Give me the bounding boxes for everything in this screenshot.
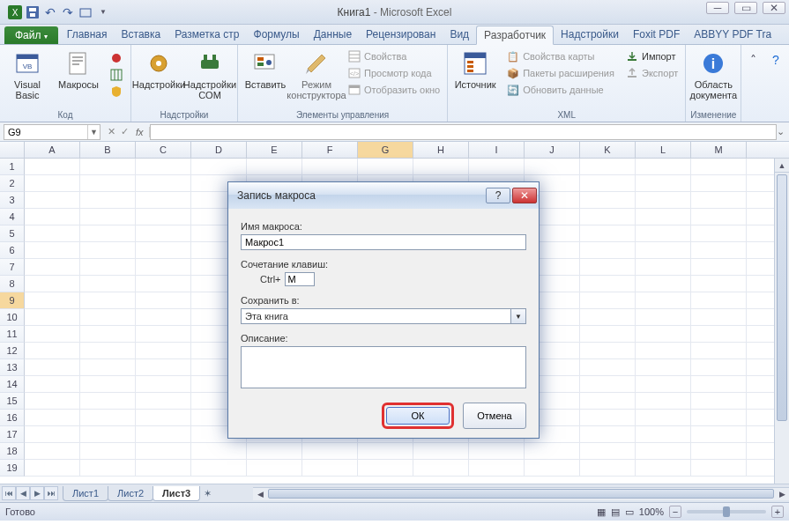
cell-B8[interactable]	[80, 276, 136, 292]
cell-D1[interactable]	[191, 159, 247, 174]
tab-вид[interactable]: Вид	[443, 26, 476, 44]
cell-K15[interactable]	[580, 393, 636, 409]
dialog-help-button[interactable]: ?	[486, 188, 510, 203]
rowhdr-8[interactable]: 8	[0, 276, 25, 292]
cell-F18[interactable]	[302, 443, 358, 459]
document-panel-button[interactable]: i Область документа	[689, 47, 737, 103]
scroll-left-icon[interactable]: ◀	[253, 490, 267, 499]
insert-control-button[interactable]: Вставить	[242, 47, 289, 92]
cell-A2[interactable]	[25, 175, 80, 191]
cell-L19[interactable]	[636, 460, 691, 476]
rowhdr-15[interactable]: 15	[0, 393, 25, 410]
cell-B19[interactable]	[80, 460, 136, 476]
cell-M8[interactable]	[691, 276, 747, 292]
dialog-close-button[interactable]: ✕	[512, 188, 537, 203]
shortcut-key-input[interactable]	[285, 272, 315, 286]
cell-L13[interactable]	[636, 359, 691, 375]
view-pagebreak-icon[interactable]: ▭	[625, 506, 634, 518]
name-box[interactable]: G9 ▼	[4, 124, 100, 140]
sheet-tab-Лист2[interactable]: Лист2	[108, 486, 153, 501]
cell-K3[interactable]	[580, 192, 636, 208]
cell-L7[interactable]	[636, 259, 691, 275]
cell-F19[interactable]	[302, 460, 358, 476]
vertical-scrollbar[interactable]: ▲	[774, 159, 789, 484]
ribbon-minimize-icon[interactable]: ˄	[743, 52, 763, 68]
tab-разработчик[interactable]: Разработчик	[476, 26, 554, 45]
cell-E1[interactable]	[247, 159, 302, 174]
cell-L8[interactable]	[636, 276, 691, 292]
cell-L6[interactable]	[636, 242, 691, 258]
cell-B3[interactable]	[80, 192, 136, 208]
zoom-value[interactable]: 100%	[639, 506, 664, 517]
scroll-up-icon[interactable]: ▲	[775, 159, 789, 173]
cell-E18[interactable]	[247, 443, 302, 459]
view-code-button[interactable]: </>Просмотр кода	[344, 65, 443, 81]
rowhdr-17[interactable]: 17	[0, 426, 25, 443]
tab-file[interactable]: Файл ▾	[4, 26, 58, 44]
cell-K2[interactable]	[580, 175, 636, 191]
rowhdr-11[interactable]: 11	[0, 326, 25, 343]
rowhdr-4[interactable]: 4	[0, 209, 25, 225]
cell-B7[interactable]	[80, 259, 136, 275]
expansion-packs-button[interactable]: 📦Пакеты расширения	[502, 65, 618, 81]
cell-A3[interactable]	[25, 192, 80, 208]
cell-C3[interactable]	[136, 192, 191, 208]
cell-K17[interactable]	[580, 426, 636, 442]
excel-icon[interactable]: X	[7, 4, 23, 20]
cell-E19[interactable]	[247, 460, 302, 476]
cell-H18[interactable]	[413, 443, 469, 459]
colhdr-L[interactable]: L	[636, 142, 691, 158]
cell-A16[interactable]	[25, 410, 80, 425]
rowhdr-14[interactable]: 14	[0, 376, 25, 393]
cell-B6[interactable]	[80, 242, 136, 258]
colhdr-I[interactable]: I	[469, 142, 525, 158]
cell-A13[interactable]	[25, 359, 80, 375]
cell-M3[interactable]	[691, 192, 747, 208]
colhdr-M[interactable]: M	[691, 142, 747, 158]
rowhdr-10[interactable]: 10	[0, 309, 25, 326]
colhdr-G[interactable]: G	[358, 142, 413, 158]
store-select[interactable]: Эта книга ▼	[241, 308, 526, 324]
cell-D18[interactable]	[191, 443, 247, 459]
cell-F1[interactable]	[302, 159, 358, 174]
cell-K4[interactable]	[580, 209, 636, 225]
cell-B1[interactable]	[80, 159, 136, 174]
restore-button[interactable]: ▭	[734, 2, 757, 14]
zoom-in-button[interactable]: +	[771, 506, 784, 518]
zoom-out-button[interactable]: −	[669, 506, 681, 518]
cell-A7[interactable]	[25, 259, 80, 275]
cell-C9[interactable]	[136, 292, 191, 308]
cell-C16[interactable]	[136, 410, 191, 425]
cell-A15[interactable]	[25, 393, 80, 409]
cell-C4[interactable]	[136, 209, 191, 225]
cell-K9[interactable]	[580, 292, 636, 308]
cell-K18[interactable]	[580, 443, 636, 459]
colhdr-C[interactable]: C	[136, 142, 191, 158]
map-properties-button[interactable]: 📋Свойства карты	[502, 48, 618, 64]
zoom-slider[interactable]	[687, 510, 766, 514]
colhdr-D[interactable]: D	[191, 142, 247, 158]
tab-вставка[interactable]: Вставка	[115, 26, 168, 44]
refresh-data-button[interactable]: 🔄Обновить данные	[502, 82, 618, 98]
qat-customize-icon[interactable]: ▼	[95, 4, 111, 20]
cell-L2[interactable]	[636, 175, 691, 191]
formula-input[interactable]	[150, 124, 777, 140]
tab-формулы[interactable]: Формулы	[247, 26, 307, 44]
qat-undo-icon[interactable]: ↶	[42, 4, 58, 20]
cell-K1[interactable]	[580, 159, 636, 174]
cell-C7[interactable]	[136, 259, 191, 275]
rowhdr-6[interactable]: 6	[0, 242, 25, 259]
cell-A17[interactable]	[25, 426, 80, 442]
cell-G19[interactable]	[358, 460, 413, 476]
sheet-prev-icon[interactable]: ◀	[16, 486, 30, 500]
fx-button[interactable]: fx	[136, 127, 150, 137]
cancel-button[interactable]: Отмена	[463, 403, 526, 429]
cell-B15[interactable]	[80, 393, 136, 409]
cell-K5[interactable]	[580, 225, 636, 241]
cell-I1[interactable]	[469, 159, 525, 174]
qat-save-icon[interactable]	[25, 4, 41, 20]
cell-L12[interactable]	[636, 343, 691, 358]
record-macro-button[interactable]	[106, 50, 127, 66]
cell-J18[interactable]	[525, 443, 580, 459]
macro-security-button[interactable]	[106, 84, 127, 100]
